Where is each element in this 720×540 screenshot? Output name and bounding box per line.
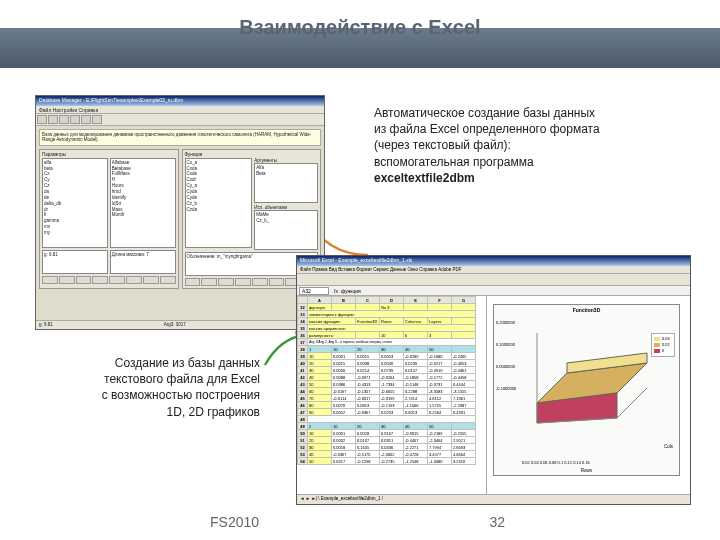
panel-button[interactable] [160, 276, 176, 284]
status-left: g: 9.81 [39, 322, 53, 328]
top-desc-l3: (через текстовый файл): [374, 138, 511, 152]
panel-button[interactable] [201, 278, 217, 286]
y-axis-ticks: 0.2000000 0.1000000 0.0000000 -0.1000000 [496, 321, 516, 409]
left-description: Создание из базы данных текстового файла… [60, 355, 260, 420]
top-desc-l4: вспомогательная программа [374, 155, 534, 169]
db-manager-window: Database Manager - E:\FlightSim7\example… [35, 95, 325, 330]
panel-button[interactable] [269, 278, 285, 286]
panel-button[interactable] [143, 276, 159, 284]
panel-button[interactable] [218, 278, 234, 286]
toolbar-button[interactable] [81, 115, 91, 124]
left-desc-l2: текстового файла для Excel [104, 372, 260, 386]
legend-item: 0.04 [662, 336, 670, 341]
chart-area: Function3D 0.2000000 0.1000000 0.0000000… [487, 296, 690, 494]
cell-ref-input[interactable]: A32 [299, 287, 329, 295]
list-item[interactable]: my [44, 230, 106, 236]
dim-box: Длина массива: 7 [110, 250, 176, 274]
db-titlebar: Database Manager - E:\FlightSim7\example… [36, 96, 324, 106]
usedby-list[interactable]: MaMe Cz_b_ [254, 210, 318, 250]
chart-title: Function3D [494, 305, 679, 315]
spreadsheet-grid[interactable]: ABCDEFG32функцияNo 333комментарии к функ… [297, 296, 487, 494]
tick: 0.2000000 [496, 321, 516, 325]
status-mid: Arg3: 3017 [164, 322, 186, 328]
top-desc-l2: из файла Excel определенного формата [374, 122, 600, 136]
surface-plot-icon [522, 323, 652, 443]
left-desc-l4: 1D, 2D графиков [167, 405, 260, 419]
params-list-2[interactable]: Alfabase Betabase FullMass H Hours hrud … [110, 158, 176, 248]
toolbar-button[interactable] [37, 115, 47, 124]
panel-button[interactable] [76, 276, 92, 284]
params-list-1[interactable]: alfa beta Cx Cy Cz da de delta_db dr fi … [42, 158, 108, 248]
excel-titlebar: Microsoft Excel - Example_exceltextfile2… [297, 256, 690, 266]
svg-line-4 [617, 388, 647, 418]
slide-title: Взаимодействие с Excel [0, 16, 720, 39]
panel-button[interactable] [59, 276, 75, 284]
params-panel: Параметры alfa beta Cx Cy Cz da de delta… [39, 149, 179, 289]
toolbar-button[interactable] [70, 115, 80, 124]
db-menubar[interactable]: Файл Настройки Справка [36, 106, 324, 114]
panel-button[interactable] [185, 278, 201, 286]
panel-button[interactable] [126, 276, 142, 284]
formula-bar[interactable]: A32 fx функция [297, 286, 690, 296]
panel-button[interactable] [109, 276, 125, 284]
status-box: g: 9.81 [42, 250, 108, 274]
excel-window: Microsoft Excel - Example_exceltextfile2… [296, 255, 691, 505]
list-item[interactable]: Month [112, 212, 174, 218]
top-desc-l1: Автоматическое создание базы данных [374, 106, 595, 120]
x-axis-ticks: 0.02 0.04 0.06 0.08 0.1 0.12 0.14 0.16 [522, 460, 590, 465]
fx-icon[interactable]: fx [334, 288, 338, 294]
legend-item: 0 [662, 348, 664, 353]
page-number: 32 [489, 514, 505, 530]
top-description: Автоматическое создание базы данных из ф… [374, 105, 664, 186]
panel-button[interactable] [42, 276, 58, 284]
db-toolbar[interactable] [36, 114, 324, 126]
toolbar-button[interactable] [92, 115, 102, 124]
footer-left: FS2010 [210, 514, 259, 530]
tick: 0.0000000 [496, 365, 516, 369]
panel-button[interactable] [92, 276, 108, 284]
excel-menubar[interactable]: Файл Правка Вид Вставка Формат Сервис Да… [297, 266, 690, 274]
tick: 0.1000000 [496, 343, 516, 347]
excel-toolbar[interactable] [297, 274, 690, 286]
legend-item: 0.02 [662, 342, 670, 347]
toolbar-button[interactable] [48, 115, 58, 124]
list-item[interactable]: Beta [256, 171, 316, 177]
functions-list[interactable]: Cx_a Cxda Cxde Cxdr Cy_a Cyda Cyde Cz_b … [185, 158, 253, 248]
args-list[interactable]: Alfa Beta [254, 163, 318, 203]
panel-button[interactable] [235, 278, 251, 286]
chart-legend: 0.04 0.02 0 [651, 333, 675, 357]
left-desc-l1: Создание из базы данных [115, 356, 260, 370]
left-desc-l3: с возможностью построения [102, 388, 260, 402]
list-item[interactable]: Cz_b_ [256, 218, 316, 224]
formula-value: функция [341, 288, 361, 294]
z-axis-label: Cols [664, 444, 673, 449]
tick: -0.1000000 [496, 387, 516, 391]
db-statusbar: g: 9.81 Arg3: 3017 Row: 12386 [36, 320, 324, 329]
x-axis-label: Rows [581, 468, 592, 473]
sheet-tabs[interactable]: ◄ ► ►| \ Example_exceltextfile2dbm_1 / [297, 494, 690, 504]
db-description: База данных для моделирования динамики п… [39, 129, 321, 146]
functions-title: Функции [185, 152, 319, 157]
params-title: Параметры [42, 152, 176, 157]
panel-button[interactable] [252, 278, 268, 286]
top-desc-l5: exceltextfile2dbm [374, 171, 475, 185]
list-item[interactable]: Czda [187, 207, 251, 213]
surface-chart: Function3D 0.2000000 0.1000000 0.0000000… [493, 304, 680, 476]
toolbar-button[interactable] [59, 115, 69, 124]
